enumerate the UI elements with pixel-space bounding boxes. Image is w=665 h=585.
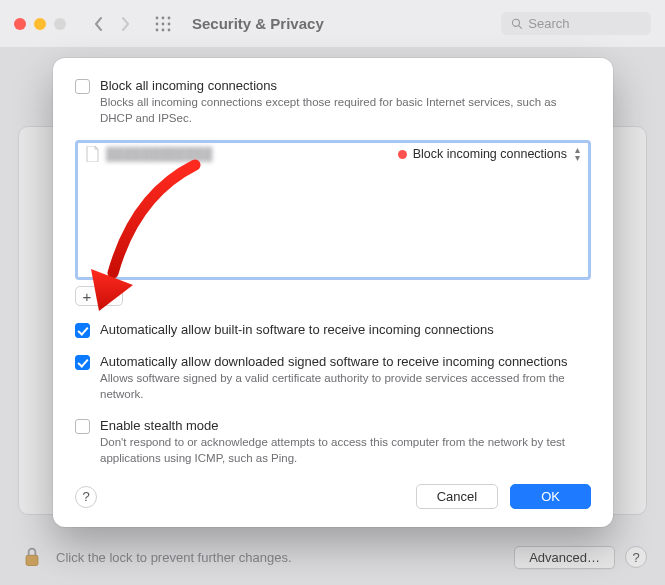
nav-buttons xyxy=(86,12,138,36)
stealth-checkbox[interactable] xyxy=(75,419,90,434)
stealth-label: Enable stealth mode xyxy=(100,418,591,433)
auto-builtin-label: Automatically allow built-in software to… xyxy=(100,322,494,337)
svg-point-5 xyxy=(168,22,171,25)
firewall-options-sheet: Block all incoming connections Blocks al… xyxy=(53,58,613,527)
svg-point-8 xyxy=(168,28,171,31)
stealth-desc: Don't respond to or acknowledge attempts… xyxy=(100,435,591,466)
window-title: Security & Privacy xyxy=(192,15,324,32)
search-input[interactable] xyxy=(528,16,641,31)
remove-app-button[interactable]: − xyxy=(99,286,123,306)
auto-signed-checkbox[interactable] xyxy=(75,355,90,370)
svg-point-4 xyxy=(162,22,165,25)
search-field[interactable] xyxy=(501,12,651,35)
block-all-checkbox[interactable] xyxy=(75,79,90,94)
app-list-row[interactable]: ████████████ Block incoming connections … xyxy=(78,143,588,165)
auto-signed-desc: Allows software signed by a valid certif… xyxy=(100,371,591,402)
titlebar: Security & Privacy xyxy=(0,0,665,48)
svg-point-3 xyxy=(156,22,159,25)
show-all-icon[interactable] xyxy=(152,13,174,35)
svg-point-6 xyxy=(156,28,159,31)
svg-point-2 xyxy=(168,16,171,19)
auto-builtin-checkbox[interactable] xyxy=(75,323,90,338)
block-all-desc: Blocks all incoming connections except t… xyxy=(100,95,591,126)
svg-point-1 xyxy=(162,16,165,19)
sheet-help-button[interactable]: ? xyxy=(75,486,97,508)
svg-line-10 xyxy=(519,26,522,29)
firewall-app-list[interactable]: ████████████ Block incoming connections … xyxy=(75,140,591,280)
add-app-button[interactable]: + xyxy=(75,286,99,306)
zoom-window-button[interactable] xyxy=(54,18,66,30)
cancel-button[interactable]: Cancel xyxy=(416,484,498,509)
auto-signed-label: Automatically allow downloaded signed so… xyxy=(100,354,591,369)
document-icon xyxy=(86,146,100,162)
svg-point-7 xyxy=(162,28,165,31)
status-popup-arrows-icon[interactable]: ▴▾ xyxy=(575,146,580,162)
block-all-label: Block all incoming connections xyxy=(100,78,591,93)
minimize-window-button[interactable] xyxy=(34,18,46,30)
back-button[interactable] xyxy=(86,12,112,36)
app-status-label: Block incoming connections xyxy=(413,147,567,161)
close-window-button[interactable] xyxy=(14,18,26,30)
window-controls xyxy=(14,18,66,30)
forward-button[interactable] xyxy=(112,12,138,36)
status-dot-red xyxy=(398,150,407,159)
app-name-redacted: ████████████ xyxy=(106,147,212,161)
ok-button[interactable]: OK xyxy=(510,484,591,509)
add-remove-controls: + − xyxy=(75,286,591,306)
svg-point-0 xyxy=(156,16,159,19)
search-icon xyxy=(511,17,522,30)
